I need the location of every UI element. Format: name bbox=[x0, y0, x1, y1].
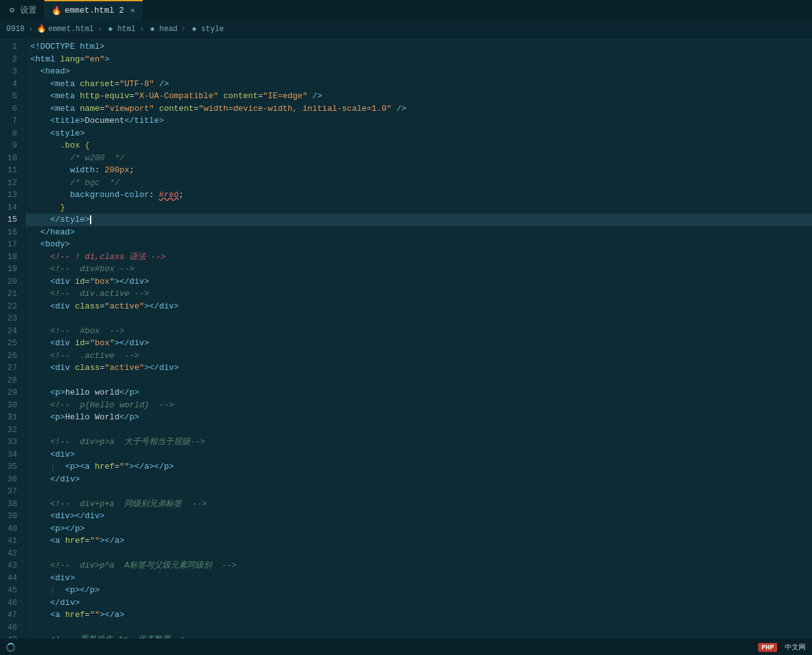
tab-bar: ⚙ 设置 🔥 emmet.html 2 ✕ bbox=[0, 0, 812, 20]
code-line bbox=[25, 547, 812, 560]
code-area[interactable]: <!DOCTYPE html> <html lang="en"> <head> … bbox=[25, 38, 812, 639]
tab-emmet-label: emmet.html 2 bbox=[65, 6, 124, 15]
status-left bbox=[6, 643, 15, 652]
code-line: } bbox=[25, 201, 812, 214]
code-line bbox=[25, 424, 812, 436]
code-line: <p>Hello World</p> bbox=[25, 411, 812, 424]
code-line: <div> bbox=[25, 448, 812, 461]
loading-spinner bbox=[6, 643, 15, 652]
code-line: <body> bbox=[25, 238, 812, 251]
tab-settings-label: 设置 bbox=[20, 4, 37, 16]
code-line: <!-- p{Hello world} --> bbox=[25, 399, 812, 412]
breadcrumb-emmet[interactable]: emmet.html bbox=[48, 25, 94, 34]
code-line: background-color: #red; bbox=[25, 189, 812, 201]
code-line: <div class="active"></div> bbox=[25, 362, 812, 374]
breadcrumb: 0918 › 🔥 emmet.html › ◈ html › ◈ head › … bbox=[0, 20, 812, 38]
code-line: </style> bbox=[25, 213, 812, 226]
emmet-icon: 🔥 bbox=[52, 6, 61, 15]
code-line: | <p></p> bbox=[25, 584, 812, 597]
code-line: <!-- 重复操作 *n 代表数量--> bbox=[25, 633, 812, 639]
code-line: <div id="box"></div> bbox=[25, 337, 812, 350]
code-line: <div> bbox=[25, 572, 812, 585]
code-line: </div> bbox=[25, 597, 812, 609]
code-line: </div> bbox=[25, 473, 812, 486]
code-line: <!DOCTYPE html> bbox=[25, 41, 812, 53]
breadcrumb-head[interactable]: head bbox=[159, 25, 177, 34]
code-line bbox=[25, 312, 812, 325]
status-right: PHP 中文网 bbox=[758, 642, 806, 652]
code-line: <meta charset="UTF-8" /> bbox=[25, 78, 812, 91]
code-line: | <p><a href=""></a></p> bbox=[25, 461, 812, 473]
code-line: </head> bbox=[25, 226, 812, 239]
status-bar: PHP 中文网 bbox=[0, 639, 812, 655]
code-line: <title>Document</title> bbox=[25, 115, 812, 127]
editor: 1 2 3 4 5 6 7 8 9 10 11 12 13 14 15 16 1… bbox=[0, 38, 812, 639]
tab-close-button[interactable]: ✕ bbox=[131, 6, 135, 15]
code-line: <a href=""></a> bbox=[25, 609, 812, 621]
code-line: <div></div> bbox=[25, 510, 812, 523]
code-line bbox=[25, 485, 812, 498]
head-icon: ◈ bbox=[148, 25, 157, 34]
code-line: <head> bbox=[25, 65, 812, 78]
code-line: <!-- .active --> bbox=[25, 350, 812, 362]
code-line: <div id="box"></div> bbox=[25, 276, 812, 288]
html-icon: ◈ bbox=[106, 25, 115, 34]
code-line: <p></p> bbox=[25, 523, 812, 535]
code-line: <!-- div#box --> bbox=[25, 263, 812, 276]
code-line: <a href=""></a> bbox=[25, 535, 812, 547]
settings-icon: ⚙ bbox=[8, 6, 16, 15]
code-line: /* bgc */ bbox=[25, 177, 812, 189]
code-line: <!-- div>p>a 大于号相当于层级--> bbox=[25, 436, 812, 448]
code-line bbox=[25, 374, 812, 387]
code-line: <div class="active"></div> bbox=[25, 300, 812, 313]
code-line: <!-- div>p^a A标签与父级元素同级别 --> bbox=[25, 559, 812, 572]
code-line: <!-- div.active --> bbox=[25, 288, 812, 300]
tab-emmet[interactable]: 🔥 emmet.html 2 ✕ bbox=[44, 0, 143, 20]
code-line bbox=[25, 621, 812, 634]
code-line: <meta name="viewport" content="width=dev… bbox=[25, 103, 812, 115]
file-icon: 🔥 bbox=[37, 25, 46, 34]
code-line: <p>hello world</p> bbox=[25, 386, 812, 399]
tab-settings[interactable]: ⚙ 设置 bbox=[0, 0, 44, 20]
code-line: <!-- #box --> bbox=[25, 325, 812, 338]
code-line: <meta http-equiv="X-UA-Compatible" conte… bbox=[25, 90, 812, 103]
php-badge: PHP bbox=[758, 643, 777, 652]
breadcrumb-style[interactable]: style bbox=[201, 25, 224, 34]
code-line: .box { bbox=[25, 139, 812, 152]
code-line: <style> bbox=[25, 127, 812, 140]
breadcrumb-html[interactable]: html bbox=[117, 25, 136, 34]
code-line: <html lang="en"> bbox=[25, 53, 812, 66]
line-numbers: 1 2 3 4 5 6 7 8 9 10 11 12 13 14 15 16 1… bbox=[0, 38, 25, 639]
style-icon: ◈ bbox=[190, 25, 198, 34]
code-line: <!-- div+p+a 同级别兄弟标签 --> bbox=[25, 498, 812, 511]
php-cn-label: 中文网 bbox=[785, 642, 806, 652]
breadcrumb-0918[interactable]: 0918 bbox=[6, 25, 25, 34]
code-line: width: 200px; bbox=[25, 164, 812, 177]
code-line: /* w200 */ bbox=[25, 152, 812, 165]
code-line: <!-- ! di,class 语法 --> bbox=[25, 251, 812, 264]
